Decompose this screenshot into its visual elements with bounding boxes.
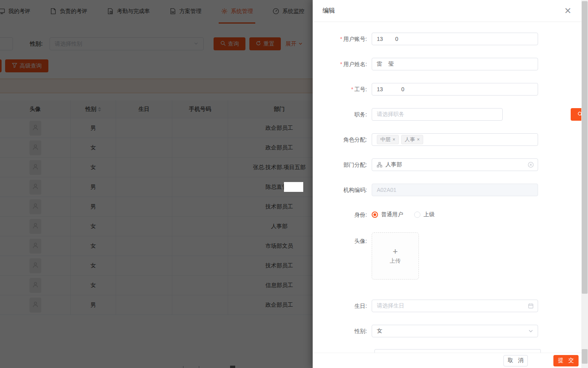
identity-radio-2[interactable]: 上级 (414, 211, 435, 218)
clear-circle-icon[interactable] (528, 162, 534, 168)
submit-button[interactable]: 提 交 (553, 355, 579, 366)
cancel-button[interactable]: 取 消 (503, 355, 528, 366)
org-tree-icon (377, 162, 382, 167)
account-input[interactable]: 13 0 (372, 33, 538, 45)
department-input[interactable]: 人事部 (372, 158, 538, 171)
app-window: 我的考评负责的考评考勤与完成率方案管理系统管理系统监控 性别: 请选择性别 查询… (0, 0, 588, 368)
redaction-patch (284, 182, 303, 192)
org-code-input: A02A01 (372, 184, 538, 196)
radio-label: 普通用户 (381, 211, 403, 218)
required-asterisk: * (340, 61, 342, 67)
edit-drawer: 编辑 ✕ *用户账号: 13 0 *用户姓名: 雷 莹 *工号: 13 0 职务… (313, 0, 581, 368)
radio-icon (414, 212, 420, 218)
name-input[interactable]: 雷 莹 (372, 58, 538, 70)
identity-radio-group: 普通用户上级 (372, 210, 446, 219)
form-row-birthday: 生日: 请选择生日 (313, 300, 538, 312)
scrollbar-block (582, 349, 588, 364)
plus-icon: + (393, 247, 398, 256)
avatar-upload-box[interactable]: + 上传 (372, 232, 419, 280)
roles-input[interactable]: 中层×人事× (372, 133, 538, 146)
chevron-down-icon (528, 328, 534, 334)
drawer-footer: 取 消 提 交 (313, 353, 581, 368)
job-number-input[interactable]: 13 0 (372, 83, 538, 96)
birthday-input[interactable]: 请选择生日 (372, 300, 538, 312)
form-row-avatar: 头像: + 上传 (313, 232, 419, 280)
scrollbar-thumb[interactable] (582, 1, 588, 294)
tag-close-icon[interactable]: × (417, 137, 420, 142)
close-icon[interactable]: ✕ (564, 7, 571, 15)
form-row-roles: 角色分配: 中层×人事× (313, 133, 538, 146)
gender-select[interactable]: 女 (372, 325, 538, 337)
required-asterisk: * (351, 86, 353, 92)
form-row-department: 部门分配: 人事部 (313, 158, 538, 171)
tag-close-icon[interactable]: × (393, 137, 395, 142)
drawer-header: 编辑 ✕ (313, 0, 581, 22)
form-row-gender: 性别: 女 (313, 325, 538, 337)
form-row-duty: 职务: 请选择职务 选择 (313, 108, 503, 121)
radio-label: 上级 (424, 211, 435, 218)
form-row-account: *用户账号: 13 0 (313, 33, 538, 45)
required-asterisk: * (340, 36, 342, 42)
identity-radio-1[interactable]: 普通用户 (372, 211, 403, 218)
form-row-name: *用户姓名: 雷 莹 (313, 58, 538, 70)
role-tag: 人事× (401, 135, 423, 144)
form-row-jobno: *工号: 13 0 (313, 83, 538, 96)
duty-input[interactable]: 请选择职务 (372, 108, 503, 121)
drawer-title: 编辑 (323, 7, 335, 15)
role-tag: 中层× (377, 135, 399, 144)
form-row-identity: 身份: 普通用户上级 (313, 210, 446, 219)
calendar-icon (528, 303, 534, 309)
window-scrollbar[interactable] (581, 0, 588, 368)
radio-icon (372, 212, 378, 218)
form-row-orgcode: 机构编码: A02A01 (313, 184, 538, 196)
